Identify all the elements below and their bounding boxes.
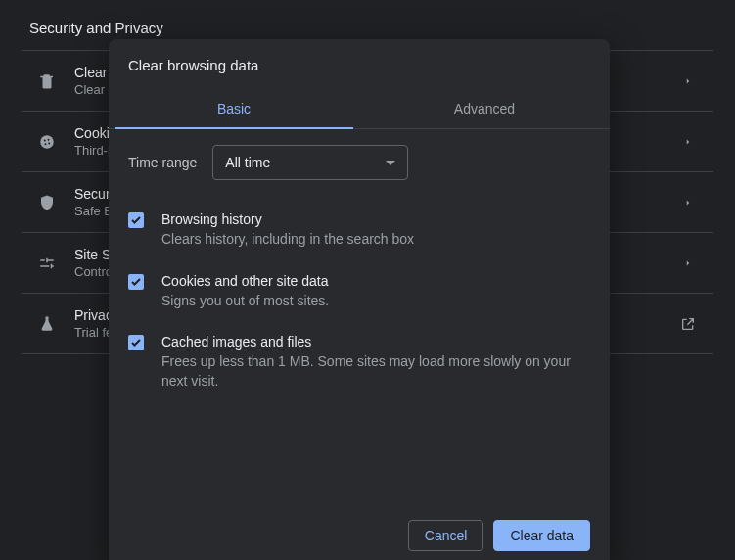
check-desc: Frees up less than 1 MB. Some sites may … [161, 352, 590, 391]
check-text: Cached images and files Frees up less th… [161, 334, 590, 391]
check-desc: Clears history, including in the search … [161, 230, 590, 250]
dropdown-caret-icon [386, 161, 395, 165]
time-range-select[interactable]: All time [212, 145, 408, 180]
check-text: Cookies and other site data Signs you ou… [161, 273, 590, 311]
time-range-label: Time range [128, 155, 197, 170]
svg-point-1 [44, 139, 46, 141]
chevron-right-icon [676, 130, 700, 154]
external-link-icon [676, 312, 700, 336]
check-row-cached[interactable]: Cached images and files Frees up less th… [128, 322, 590, 402]
check-text: Browsing history Clears history, includi… [161, 211, 590, 250]
svg-point-3 [45, 143, 47, 145]
check-title: Cached images and files [161, 334, 590, 350]
trash-icon [35, 70, 59, 93]
dialog-body: Time range All time Browsing history Cle… [109, 129, 610, 406]
svg-point-4 [48, 142, 50, 144]
svg-point-0 [40, 135, 54, 149]
time-range-row: Time range All time [128, 145, 590, 180]
checkbox-cookies[interactable] [128, 274, 144, 290]
sliders-icon [35, 252, 59, 275]
check-row-cookies[interactable]: Cookies and other site data Signs you ou… [128, 261, 590, 323]
tab-advanced[interactable]: Advanced [359, 91, 610, 128]
chevron-right-icon [676, 70, 700, 93]
flask-icon [35, 312, 59, 336]
dialog-tabs: Basic Advanced [109, 91, 610, 129]
checkbox-cached[interactable] [128, 335, 144, 350]
chevron-right-icon [676, 252, 700, 275]
svg-point-2 [48, 138, 50, 140]
clear-data-button[interactable]: Clear data [493, 520, 590, 551]
tab-basic[interactable]: Basic [109, 91, 359, 128]
check-row-browsing-history[interactable]: Browsing history Clears history, includi… [128, 200, 590, 261]
cancel-button[interactable]: Cancel [408, 520, 484, 551]
dialog-title: Clear browsing data [109, 39, 610, 91]
check-title: Browsing history [161, 211, 590, 227]
clear-browsing-data-dialog: Clear browsing data Basic Advanced Time … [109, 39, 610, 560]
chevron-right-icon [676, 191, 700, 214]
shield-icon [35, 191, 59, 214]
dialog-footer: Cancel Clear data [109, 504, 610, 560]
checkbox-browsing-history[interactable] [128, 212, 144, 228]
check-desc: Signs you out of most sites. [161, 292, 590, 311]
cookie-icon [35, 130, 59, 154]
check-title: Cookies and other site data [161, 273, 590, 289]
time-range-value: All time [225, 155, 270, 170]
